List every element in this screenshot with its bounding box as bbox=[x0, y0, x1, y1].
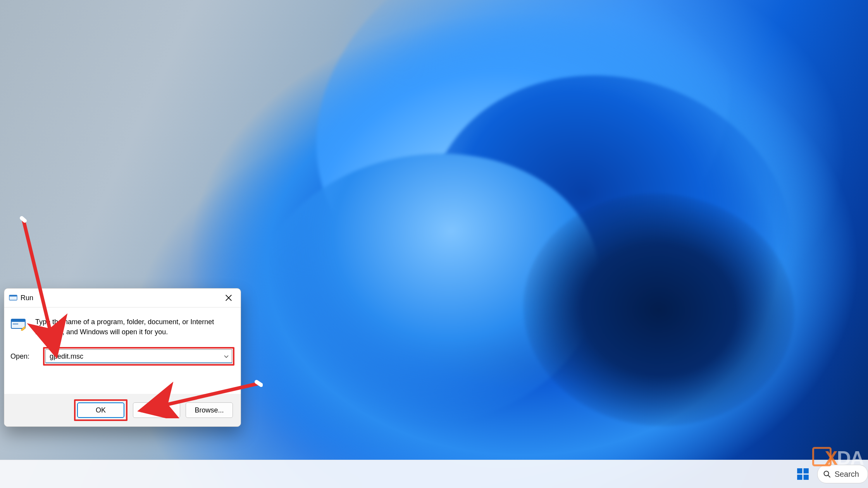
cancel-button[interactable]: Cancel bbox=[133, 402, 180, 418]
chevron-down-icon[interactable] bbox=[224, 354, 229, 359]
svg-rect-4 bbox=[13, 323, 18, 325]
svg-rect-11 bbox=[797, 475, 802, 480]
run-description: Type the name of a program, folder, docu… bbox=[35, 317, 234, 337]
svg-rect-10 bbox=[803, 468, 808, 473]
svg-rect-9 bbox=[797, 468, 802, 473]
browse-button[interactable]: Browse... bbox=[186, 402, 233, 418]
annotation-ok-highlight: OK bbox=[74, 399, 127, 421]
taskbar-search[interactable]: Search bbox=[817, 465, 868, 483]
close-button[interactable] bbox=[219, 290, 238, 306]
ok-button[interactable]: OK bbox=[77, 402, 124, 418]
run-title: Run bbox=[21, 294, 33, 302]
svg-rect-12 bbox=[803, 475, 808, 480]
open-label: Open: bbox=[10, 352, 39, 361]
taskbar: Search bbox=[0, 460, 868, 488]
run-dialog: Run Type the name of a program, folder, … bbox=[4, 288, 241, 427]
open-input[interactable] bbox=[49, 352, 224, 361]
annotation-input-highlight bbox=[43, 347, 234, 366]
svg-rect-1 bbox=[9, 295, 17, 297]
taskbar-search-label: Search bbox=[835, 470, 859, 479]
svg-line-14 bbox=[828, 475, 830, 477]
run-titlebar[interactable]: Run bbox=[4, 289, 241, 308]
start-button[interactable] bbox=[794, 465, 812, 483]
run-footer: OK Cancel Browse... bbox=[4, 394, 241, 426]
windows-logo-icon bbox=[796, 467, 809, 481]
svg-rect-3 bbox=[11, 319, 25, 322]
open-combobox[interactable] bbox=[45, 349, 232, 363]
run-app-icon bbox=[10, 318, 27, 331]
run-title-icon bbox=[9, 294, 17, 301]
search-icon bbox=[823, 470, 831, 478]
